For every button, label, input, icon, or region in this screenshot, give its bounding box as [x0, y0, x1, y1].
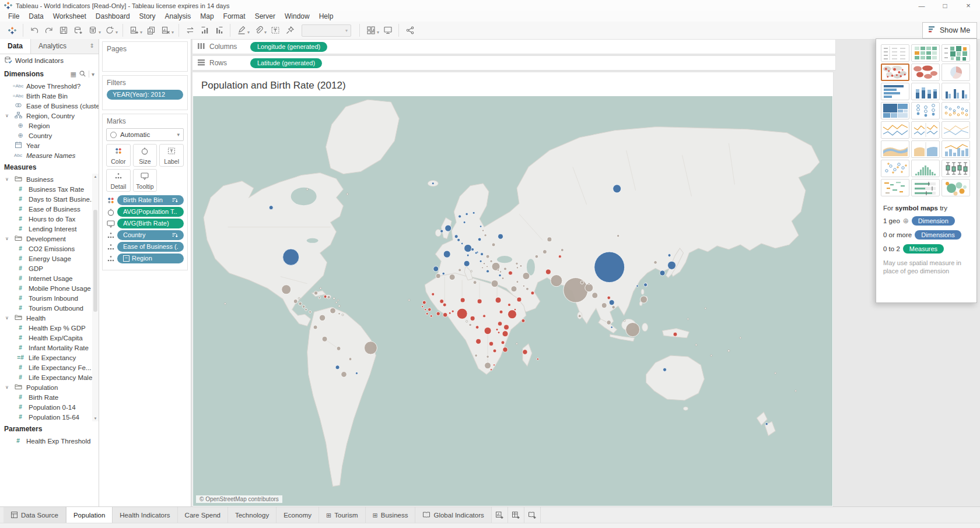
dimension-region-country[interactable]: ∨Region, Country	[0, 111, 99, 121]
mark-circle[interactable]	[695, 344, 697, 346]
mark-circle[interactable]	[740, 337, 741, 339]
mark-circle[interactable]	[335, 365, 340, 369]
filter-pill-year[interactable]: YEAR(Year): 2012	[107, 90, 183, 100]
measure-population-15-64[interactable]: #Population 15-64	[0, 412, 99, 422]
mark-circle[interactable]	[342, 314, 344, 316]
mark-circle[interactable]	[775, 372, 776, 374]
sheet-tab-care-spend[interactable]: Care Spend	[178, 507, 228, 523]
pill-region[interactable]: −Region	[117, 254, 184, 263]
highlight-dropdown-icon[interactable]: ▾	[247, 30, 250, 35]
fix-axes-icon[interactable]	[282, 23, 297, 37]
showme-pie-chart[interactable]	[942, 64, 970, 81]
mark-circle[interactable]	[364, 342, 377, 354]
clear-sheet-icon[interactable]	[158, 23, 173, 37]
mark-circle[interactable]	[333, 297, 335, 299]
new-worksheet-dropdown-icon[interactable]: ▾	[140, 30, 142, 35]
showme-horizontal-bars[interactable]	[881, 83, 909, 100]
mark-circle[interactable]	[609, 300, 614, 305]
mark-circle[interactable]	[475, 252, 477, 254]
mark-circle[interactable]	[324, 295, 327, 298]
mark-circle[interactable]	[542, 249, 547, 254]
mark-circle[interactable]	[484, 234, 487, 236]
measure-health-exp-gdp[interactable]: #Health Exp % GDP	[0, 323, 99, 333]
mark-circle[interactable]	[537, 358, 539, 360]
mark-circle[interactable]	[499, 271, 502, 273]
mark-circle[interactable]	[499, 274, 501, 276]
dimension-measure-names[interactable]: AbcMeasure Names	[0, 150, 99, 160]
pause-auto-updates-dropdown-icon[interactable]: ▾	[99, 30, 101, 35]
mark-circle[interactable]	[283, 249, 299, 265]
measure-folder-health[interactable]: ∨Health	[0, 313, 99, 323]
menu-map[interactable]: Map	[195, 12, 218, 20]
mark-circle[interactable]	[594, 252, 625, 283]
maximize-button[interactable]: □	[933, 0, 957, 11]
mark-circle[interactable]	[495, 297, 501, 303]
mark-circle[interactable]	[269, 206, 273, 210]
showme-side-by-side-bars[interactable]	[942, 83, 970, 100]
mark-circle[interactable]	[592, 293, 598, 298]
showme-box-and-whisker[interactable]	[942, 160, 970, 177]
mark-circle[interactable]	[471, 270, 473, 272]
undo-icon[interactable]	[27, 23, 41, 37]
run-update-icon[interactable]	[102, 23, 117, 37]
mark-circle[interactable]	[433, 266, 439, 272]
dimension-birth-rate-bin[interactable]: =AbcBirth Rate Bin	[0, 91, 99, 101]
mark-circle[interactable]	[663, 368, 667, 371]
mark-circle[interactable]	[337, 300, 339, 301]
mark-circle[interactable]	[503, 347, 508, 352]
presentation-mode-icon[interactable]	[380, 23, 395, 37]
mark-circle[interactable]	[477, 299, 482, 304]
mark-circle[interactable]	[440, 230, 443, 233]
mark-circle[interactable]	[607, 296, 611, 300]
mark-circle[interactable]	[452, 310, 454, 312]
scroll-down-icon[interactable]: ▼	[92, 417, 99, 420]
mark-circle[interactable]	[710, 355, 712, 357]
mark-circle[interactable]	[481, 253, 484, 256]
mark-circle[interactable]	[520, 265, 522, 267]
mark-circle[interactable]	[487, 270, 489, 273]
mark-circle[interactable]	[470, 316, 475, 321]
new-dashboard-tab-button[interactable]	[508, 507, 524, 523]
mark-circle[interactable]	[508, 304, 511, 307]
mark-circle[interactable]	[341, 372, 347, 378]
close-button[interactable]: ×	[957, 0, 980, 11]
mark-circle[interactable]	[454, 235, 458, 238]
measure-tourism-inbound[interactable]: #Tourism Inbound	[0, 293, 99, 303]
mark-circle[interactable]	[469, 323, 472, 326]
mark-circle[interactable]	[564, 278, 588, 302]
mark-circle[interactable]	[461, 242, 463, 245]
mark-circle[interactable]	[309, 311, 312, 313]
mark-circle[interactable]	[445, 225, 452, 231]
mark-circle[interactable]	[464, 244, 472, 252]
mark-circle[interactable]	[516, 267, 519, 269]
mark-circle[interactable]	[492, 243, 495, 247]
mark-circle[interactable]	[499, 310, 503, 314]
mark-circle[interactable]	[457, 238, 460, 241]
mark-circle[interactable]	[502, 277, 504, 280]
mark-circle[interactable]	[613, 185, 621, 193]
sheet-tab-business[interactable]: ⊞Business	[366, 507, 416, 523]
mark-circle[interactable]	[320, 287, 321, 289]
mark-circle[interactable]	[545, 269, 551, 274]
mark-circle[interactable]	[480, 260, 482, 262]
showme-area-continuous[interactable]	[881, 140, 909, 158]
tableau-logo-icon[interactable]	[5, 23, 19, 37]
new-worksheet-tab-button[interactable]	[492, 507, 508, 523]
sheet-tab-health-indicators[interactable]: Health Indicators	[113, 507, 177, 523]
dimension-above-threshold[interactable]: =AbcAbove Threshold?	[0, 81, 99, 91]
swap-rows-columns-icon[interactable]	[183, 23, 197, 37]
measure-co2-emissions[interactable]: #CO2 Emissions	[0, 244, 99, 254]
measure-internet-usage[interactable]: #Internet Usage	[0, 273, 99, 283]
mark-circle[interactable]	[490, 260, 492, 262]
pill-birth-rate-bin[interactable]: Birth Rate Bin	[117, 195, 184, 205]
measure-hours-to-do-tax[interactable]: #Hours to do Tax	[0, 214, 99, 224]
mark-circle[interactable]	[523, 350, 527, 354]
mark-circle[interactable]	[327, 295, 330, 298]
sheet-tab-economy[interactable]: Economy	[276, 507, 319, 523]
collapse-icon[interactable]: −	[123, 255, 130, 262]
mark-circle[interactable]	[601, 303, 607, 308]
mark-circle[interactable]	[463, 221, 466, 223]
showme-scatter-plot[interactable]	[881, 160, 909, 177]
showme-heat-map[interactable]	[942, 44, 970, 62]
showme-circle-views[interactable]	[911, 102, 940, 119]
